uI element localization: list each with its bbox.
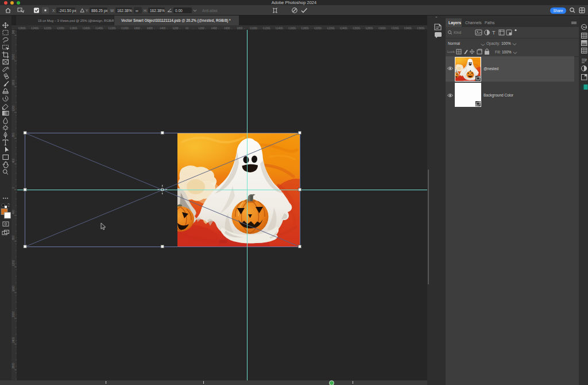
svg-text:1600: 1600 — [12, 79, 15, 86]
svg-text:1200: 1200 — [264, 27, 270, 30]
svg-text:1600: 1600 — [84, 27, 90, 30]
svg-text:2000: 2000 — [12, 311, 15, 317]
svg-text:162.38%: 162.38% — [117, 9, 132, 13]
svg-text:400: 400 — [12, 210, 15, 214]
svg-text:2800: 2800 — [12, 363, 15, 369]
svg-text:W:: W: — [110, 9, 115, 13]
svg-text:1600: 1600 — [12, 286, 15, 292]
svg-text:0: 0 — [187, 27, 189, 30]
svg-text:3000: 3000 — [380, 27, 386, 30]
svg-text:0: 0 — [12, 187, 15, 188]
svg-text:2400: 2400 — [12, 337, 15, 343]
svg-text:1200: 1200 — [110, 27, 116, 30]
svg-text:1600: 1600 — [290, 27, 296, 30]
svg-text:2400: 2400 — [33, 27, 39, 30]
svg-text:H:: H: — [144, 9, 148, 13]
svg-text:T: T — [492, 30, 496, 36]
svg-text:Kind: Kind — [454, 30, 461, 34]
svg-text:1800: 1800 — [303, 27, 309, 30]
svg-text:X:: X: — [52, 9, 56, 13]
svg-text:1400: 1400 — [97, 27, 103, 30]
svg-text:2400: 2400 — [341, 27, 347, 30]
svg-text:2600: 2600 — [354, 27, 361, 30]
svg-text:2600: 2600 — [20, 27, 26, 30]
svg-text:800: 800 — [136, 27, 140, 30]
svg-text:-241.50 px: -241.50 px — [59, 9, 76, 13]
svg-text:2200: 2200 — [45, 27, 52, 30]
svg-text:2000: 2000 — [316, 27, 322, 30]
svg-text:Anti-alias: Anti-alias — [202, 9, 218, 13]
svg-text:3600: 3600 — [419, 27, 425, 30]
svg-text:2200: 2200 — [328, 27, 335, 30]
svg-text:400: 400 — [12, 158, 15, 163]
svg-text:886.25 px: 886.25 px — [91, 9, 108, 13]
svg-text:162.38%: 162.38% — [150, 9, 165, 13]
svg-text:400: 400 — [161, 27, 166, 30]
svg-text:3400: 3400 — [405, 27, 412, 30]
svg-text:600: 600 — [148, 27, 153, 30]
svg-text:2400: 2400 — [12, 30, 15, 34]
svg-text:1000: 1000 — [252, 27, 258, 30]
svg-text:800: 800 — [12, 236, 15, 240]
svg-text:800: 800 — [238, 27, 243, 30]
svg-text:200: 200 — [174, 27, 179, 30]
svg-text:2800: 2800 — [367, 27, 373, 30]
svg-text:600: 600 — [226, 27, 230, 30]
svg-text:a: a — [585, 57, 587, 61]
svg-text:2000: 2000 — [12, 53, 15, 60]
svg-text:0.00: 0.00 — [175, 9, 183, 13]
svg-text:Y:: Y: — [86, 9, 89, 13]
svg-text:400: 400 — [212, 27, 217, 30]
svg-text:1800: 1800 — [71, 27, 78, 30]
svg-text:2000: 2000 — [59, 27, 65, 30]
svg-text:1400: 1400 — [277, 27, 283, 30]
svg-text:1200: 1200 — [12, 105, 15, 111]
svg-text:3200: 3200 — [393, 27, 399, 30]
svg-text:800: 800 — [12, 132, 15, 137]
svg-text:1200: 1200 — [12, 260, 15, 266]
svg-text:∞: ∞ — [136, 9, 138, 13]
svg-text:1000: 1000 — [123, 27, 129, 30]
svg-text:200: 200 — [200, 27, 204, 30]
